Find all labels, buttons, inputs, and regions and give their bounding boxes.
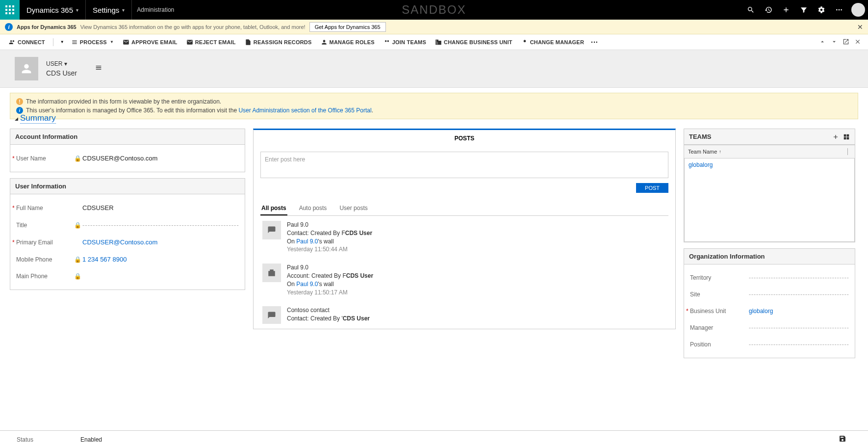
feed-item[interactable]: Contoso contact Contact: Created By 'CDS… [260,301,668,324]
field-title[interactable]: Title 🔒 --------------------------------… [16,216,239,234]
team-row[interactable]: globalorg [689,161,713,168]
lbl-mainphone: Main Phone [16,273,73,280]
nav-down-icon[interactable] [831,38,838,46]
filter-icon[interactable] [795,0,812,20]
app-launcher-icon[interactable] [0,0,20,20]
svg-rect-3 [5,9,7,11]
post-feed[interactable]: Paul 9.0 Contact: Created By FCDS User O… [260,216,668,324]
cmd-cmgr-label: CHANGE MANAGER [530,39,584,45]
lbl-bu: Business Unit [690,308,749,315]
tab-user-posts[interactable]: User posts [338,202,368,215]
cmd-change-manager[interactable]: CHANGE MANAGER [519,39,586,46]
field-email[interactable]: Primary Email CDSUSER@Contoso.com [16,234,239,251]
post-button[interactable]: POST [636,183,668,193]
field-mainphone[interactable]: Main Phone 🔒 [16,268,239,285]
feed-wall-link[interactable]: Paul 9.0 [296,281,318,288]
main-area: ◢ Summary Account Information User Name … [0,110,865,430]
cmd-reject-email[interactable]: REJECT EMAIL [184,39,238,46]
lbl-mobile: Mobile Phone [16,256,73,263]
posts-tab[interactable]: POSTS [254,130,675,147]
grid-icon[interactable] [843,133,850,140]
record-header: USER▾ CDS User [0,50,868,88]
teams-grid-header[interactable]: Team Name ↑ [684,145,855,158]
post-filter-tabs: All posts Auto posts User posts [260,202,668,216]
cmd-process[interactable]: PROCESS▼ [69,39,116,46]
cmd-connect[interactable]: CONNECT [7,39,47,46]
feed-item[interactable]: Paul 9.0 Contact: Created By FCDS User O… [260,216,668,259]
cmd-join-teams[interactable]: JOIN TEAMS [382,39,428,46]
topbar: Dynamics 365 ▾ Settings ▾ Administration… [0,0,868,20]
svg-point-9 [836,9,838,11]
val-territory: ----------------------------------------… [749,274,849,281]
save-icon[interactable] [839,435,846,444]
field-bu[interactable]: Business Unitglobalorg [690,303,849,319]
svg-point-10 [839,9,840,11]
field-site[interactable]: Site------------------------------------… [690,286,849,303]
connect-dropdown-icon[interactable]: ▼ [59,40,64,44]
cmd-more-icon[interactable]: ··· [591,38,598,46]
entity-type[interactable]: USER▾ [46,60,77,67]
feed-line: Account: Created By F [287,272,346,279]
close-icon[interactable]: ✕ [857,23,863,31]
lbl-manager: Manager [690,324,749,331]
field-user-name[interactable]: User Name 🔒 CDSUSER@Contoso.com [16,150,239,167]
close-icon[interactable] [854,38,861,46]
user-avatar[interactable] [851,3,865,17]
cmd-reassign[interactable]: REASSIGN RECORDS [243,39,314,46]
get-apps-button[interactable]: Get Apps for Dynamics 365 [309,22,386,32]
field-fullname[interactable]: Full Name CDSUSER [16,199,239,216]
app-name[interactable]: Dynamics 365 ▾ [20,0,86,20]
feed-line: Contact: Created By F [287,230,345,237]
panel-teams: TEAMS Team Name ↑ globalorg [684,129,855,242]
lbl-position: Position [690,341,749,348]
feed-wall-link[interactable]: Paul 9.0 [296,238,318,245]
add-icon[interactable] [778,0,794,20]
collapse-icon: ◢ [15,116,18,121]
history-icon[interactable] [760,0,777,20]
more-icon[interactable] [831,0,847,20]
add-icon[interactable] [832,133,839,140]
apps-title: Apps for Dynamics 365 [17,24,77,30]
record-name: CDS User [46,69,77,77]
chevron-down-icon: ▾ [122,7,125,13]
feed-title: Paul 9.0 [287,221,372,229]
svg-rect-8 [12,12,14,14]
tab-auto-posts[interactable]: Auto posts [298,202,328,215]
svg-rect-5 [12,9,14,11]
field-position[interactable]: Position--------------------------------… [690,336,849,353]
val-email: CDSUSER@Contoso.com [82,238,239,246]
field-territory[interactable]: Territory-------------------------------… [690,269,849,286]
tab-all-posts[interactable]: All posts [260,202,287,215]
cmd-change-bu[interactable]: CHANGE BUSINESS UNIT [433,39,514,46]
nav-admin[interactable]: Administration [132,0,181,20]
search-icon[interactable] [742,0,759,20]
svg-rect-2 [12,5,14,7]
panel-orginfo-header: Organization Information [684,249,855,264]
gear-icon[interactable] [813,0,830,20]
field-manager[interactable]: Manager---------------------------------… [690,319,849,336]
sandbox-label: SANDBOX [402,3,466,17]
nav-up-icon[interactable] [819,38,826,46]
cmd-process-label: PROCESS [80,39,107,45]
val-title: ----------------------------------------… [82,221,239,229]
feed-item[interactable]: Paul 9.0 Account: Created By FCDS User O… [260,259,668,301]
cmd-manage-roles[interactable]: MANAGE ROLES [319,39,377,46]
command-bar: CONNECT ▼ PROCESS▼ APPROVE EMAIL REJECT … [0,34,868,50]
feed-wall-link[interactable]: Contoso contact [296,323,339,324]
col-left: Account Information User Name 🔒 CDSUSER@… [10,129,245,290]
apps-msg: View Dynamics 365 information on the go … [80,24,306,30]
section-summary[interactable]: ◢ Summary [10,110,855,129]
teams-col-label: Team Name [688,149,717,155]
footer-status-value: Enabled [80,436,102,443]
post-input[interactable]: Enter post here [260,152,668,178]
entity-type-label: USER [46,60,62,67]
val-site: ----------------------------------------… [749,291,849,298]
val-user-name: CDSUSER@Contoso.com [82,155,239,162]
nav-settings[interactable]: Settings ▾ [86,0,132,20]
field-mobile[interactable]: Mobile Phone 🔒 1 234 567 8900 [16,251,239,268]
popout-icon[interactable] [842,38,849,46]
app-name-label: Dynamics 365 [26,6,73,14]
feed-on: On [287,323,296,324]
cmd-approve-email[interactable]: APPROVE EMAIL [121,39,179,46]
form-selector-icon[interactable] [95,64,102,74]
